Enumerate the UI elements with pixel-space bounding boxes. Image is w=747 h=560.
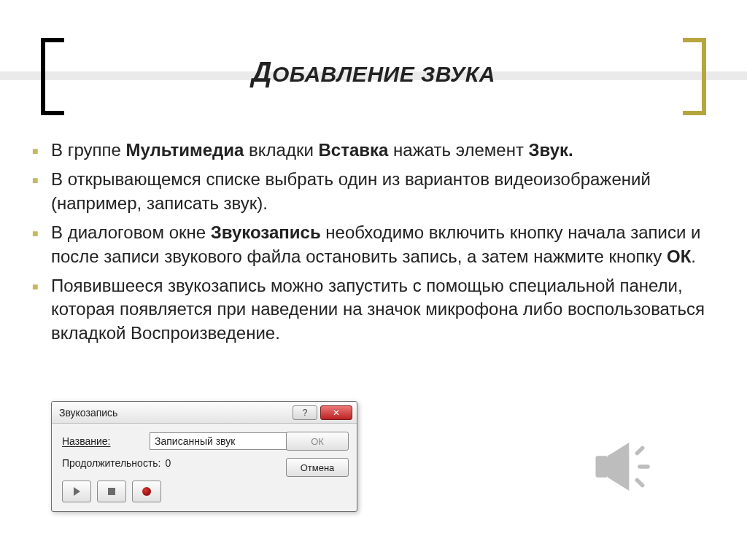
close-button[interactable]: ✕ [320,405,352,420]
name-label: Название: [62,435,150,447]
slide-title: ДОБАВЛЕНИЕ ЗВУКА [0,57,747,88]
help-button[interactable]: ? [293,405,317,420]
bullet-1: В группе Мультимедиа вкладки Вставка наж… [29,139,722,162]
name-field-value: Записанный звук [155,435,235,447]
help-icon: ? [303,408,308,418]
svg-rect-0 [596,456,608,477]
bullet-1-bold-1: Мультимедиа [126,140,244,160]
slide-body: В группе Мультимедиа вкладки Вставка наж… [29,139,722,351]
bullet-1-bold-2: Вставка [319,140,389,160]
close-icon: ✕ [333,408,340,418]
svg-line-4 [637,480,642,485]
stop-icon [108,488,115,495]
sound-record-dialog: Звукозапись ? ✕ Название: Записанный зву… [51,401,357,512]
duration-value: 0 [165,457,171,469]
dialog-titlebar[interactable]: Звукозапись ? ✕ [52,402,357,424]
transport-controls [62,481,348,502]
play-icon [74,487,80,496]
bullet-3-text-3: . [691,246,696,266]
bullet-1-text: В группе [51,140,126,160]
ok-button-label: ОК [311,436,324,447]
bullet-1-text-3: нажать элемент [388,140,528,160]
bullet-3-bold-1: Звукозапись [211,222,321,242]
play-button[interactable] [62,481,91,502]
bullet-1-text-2: вкладки [244,140,318,160]
bullet-2: В открывающемся списке выбрать один из в… [29,168,722,215]
bullet-3: В диалоговом окне Звукозапись необходимо… [29,221,722,268]
record-button[interactable] [132,481,161,502]
title-rest: ОБАВЛЕНИЕ ЗВУКА [272,62,495,86]
bullet-1-bold-3: Звук. [529,140,573,160]
dialog-area: Звукозапись ? ✕ Название: Записанный зву… [51,401,708,512]
bullet-3-text: В диалоговом окне [51,222,211,242]
bullet-3-bold-2: ОК [667,246,691,266]
title-first-letter: Д [252,57,272,88]
dialog-caption: Звукозапись [59,407,117,419]
ok-button[interactable]: ОК [286,432,349,451]
cancel-button[interactable]: Отмена [286,458,349,477]
duration-label: Продолжительность: [62,457,160,469]
slide: ДОБАВЛЕНИЕ ЗВУКА В группе Мультимедиа вк… [0,0,747,560]
cancel-button-label: Отмена [301,462,335,473]
svg-line-2 [637,448,642,453]
stop-button[interactable] [97,481,126,502]
svg-marker-1 [608,443,629,491]
record-icon [142,487,151,496]
speaker-icon [584,427,664,510]
bullet-4: Появившееся звукозапись можно запустить … [29,274,722,345]
